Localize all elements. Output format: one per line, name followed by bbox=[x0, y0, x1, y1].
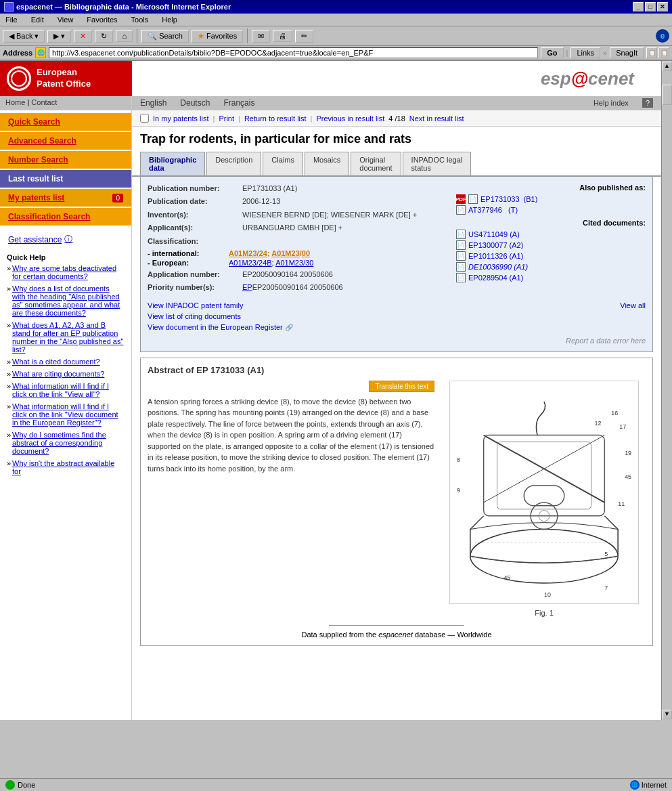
last-result-list-button[interactable]: Last result list bbox=[0, 170, 131, 188]
scroll-down-button[interactable]: ▼ bbox=[663, 710, 672, 719]
menu-favorites[interactable]: Favorites bbox=[84, 15, 120, 24]
scroll-thumb[interactable] bbox=[663, 85, 672, 105]
quick-help-item-2[interactable]: What does A1, A2, A3 and B stand for aft… bbox=[7, 321, 125, 354]
scrollbar[interactable]: ▲ ▼ bbox=[661, 61, 672, 720]
tab-original[interactable]: Originaldocument bbox=[351, 152, 401, 175]
snagit-button[interactable]: SnagIt bbox=[610, 47, 644, 58]
view-register-link[interactable]: View document in the European Register 🔗 bbox=[148, 323, 646, 331]
cited-doc-icon-3: 📄 bbox=[456, 262, 466, 272]
view-inpadoc-link[interactable]: View INPADOC patent family bbox=[148, 301, 646, 309]
menu-file[interactable]: File bbox=[3, 15, 20, 24]
help-button[interactable]: ? bbox=[642, 98, 653, 108]
lang-en-link[interactable]: English bbox=[140, 98, 166, 108]
title-bar: espacenet — Bibliographic data - Microso… bbox=[0, 0, 672, 14]
also-pub-link-1[interactable]: AT377946 (T) bbox=[468, 206, 518, 214]
in-my-patents-link[interactable]: In my patents list bbox=[153, 114, 209, 123]
menu-view[interactable]: View bbox=[55, 15, 76, 24]
quick-help-item-7[interactable]: Why do I sometimes find the abstract of … bbox=[7, 431, 125, 455]
address-label: Address bbox=[3, 49, 32, 57]
refresh-button[interactable] bbox=[95, 30, 113, 43]
links-button[interactable]: Links bbox=[570, 47, 600, 58]
home-button[interactable] bbox=[116, 30, 133, 42]
cited-link-2[interactable]: EP1011326 (A1) bbox=[468, 252, 523, 260]
return-link[interactable]: Return to result list bbox=[244, 114, 307, 123]
cited-link-1[interactable]: EP1300077 (A2) bbox=[468, 241, 523, 249]
quick-search-button[interactable]: Quick Search bbox=[0, 113, 131, 131]
intl-class-link-1[interactable]: A01M23/24 bbox=[229, 249, 267, 257]
banner-row: European Patent Office esp@cenet bbox=[0, 61, 661, 96]
number-search-button[interactable]: Number Search bbox=[0, 151, 131, 169]
pub-number-label: Publication number: bbox=[148, 184, 242, 194]
intl-class-label: - international: bbox=[148, 249, 229, 257]
quick-help-item-4[interactable]: What are citing documents? bbox=[7, 370, 125, 378]
mail-button[interactable] bbox=[252, 30, 270, 43]
search-button[interactable]: Search bbox=[141, 30, 189, 43]
previous-link[interactable]: Previous in result list bbox=[316, 114, 384, 123]
back-button[interactable]: Back ▾ bbox=[3, 30, 45, 43]
biblio-two-col: Publication number: EP1731033 (A1) Publi… bbox=[148, 184, 646, 296]
tab-claims[interactable]: Claims bbox=[263, 152, 303, 175]
fig-label: Fig. 1 bbox=[443, 609, 646, 617]
address-input[interactable] bbox=[49, 47, 538, 58]
quick-help-item-8[interactable]: Why isn't the abstract available for bbox=[7, 459, 125, 475]
quick-help-item-5[interactable]: What information will I find if I click … bbox=[7, 382, 125, 398]
classification-label: Classification: bbox=[148, 236, 242, 247]
cited-link-0[interactable]: US4711049 (A) bbox=[468, 230, 520, 238]
browser-toolbar: Back ▾ ▾ Search Favorites e bbox=[0, 26, 672, 46]
result-position: 4 /18 bbox=[388, 114, 405, 123]
print-link[interactable]: Print bbox=[219, 114, 234, 123]
cited-item-4: 📄 EP0289504 (A1) bbox=[456, 273, 646, 282]
cited-link-4[interactable]: EP0289504 (A1) bbox=[468, 274, 523, 282]
get-assistance-link[interactable]: Get assistance ⓘ bbox=[0, 230, 131, 249]
eu-class-link-1[interactable]: A01M23/24B bbox=[229, 259, 272, 267]
window-controls[interactable]: _ □ ✕ bbox=[633, 2, 668, 12]
my-patents-button[interactable]: My patents list 0 bbox=[0, 189, 131, 207]
close-button[interactable]: ✕ bbox=[657, 2, 668, 12]
contact-link[interactable]: Contact bbox=[31, 98, 57, 106]
advanced-search-button[interactable]: Advanced Search bbox=[0, 132, 131, 150]
menu-edit[interactable]: Edit bbox=[28, 15, 47, 24]
menu-tools[interactable]: Tools bbox=[129, 15, 152, 24]
addr-btn-2[interactable]: 📋 bbox=[658, 47, 669, 58]
intl-class-link-3[interactable]: 00 bbox=[302, 249, 310, 257]
view-citing-link[interactable]: View list of citing documents bbox=[148, 312, 646, 320]
go-button[interactable]: Go bbox=[541, 47, 563, 58]
scroll-up-button[interactable]: ▲ bbox=[663, 62, 672, 71]
home-link[interactable]: Home bbox=[5, 98, 25, 106]
abstract-image-col: 16 12 17 19 45 8 9 11 45 10 7 bbox=[443, 381, 646, 617]
menu-help[interactable]: Help bbox=[159, 15, 180, 24]
tab-description[interactable]: Description bbox=[206, 152, 261, 175]
translate-button[interactable]: Translate this text bbox=[369, 381, 434, 392]
main-container: Quick Search Advanced Search Number Sear… bbox=[0, 110, 661, 720]
eu-class-link-2[interactable]: A01M23/30 bbox=[275, 259, 313, 267]
forward-button[interactable]: ▾ bbox=[47, 30, 71, 43]
tab-biblio[interactable]: Bibliographicdata bbox=[140, 152, 205, 175]
priority-row: Priority number(s): EPEP20050090164 2005… bbox=[148, 282, 449, 293]
quick-help-item-1[interactable]: Why does a list of documents with the he… bbox=[7, 284, 125, 317]
action-bar: In my patents list | Print | Return to r… bbox=[132, 110, 661, 127]
print-button[interactable] bbox=[273, 30, 292, 42]
cited-link-3[interactable]: DE10036990 (A1) bbox=[468, 263, 528, 271]
priority-link[interactable]: EP bbox=[242, 283, 252, 291]
addr-btn-1[interactable]: 📋 bbox=[646, 47, 657, 58]
lang-de-link[interactable]: Deutsch bbox=[180, 98, 210, 108]
also-pub-link-0[interactable]: EP1731033 (B1) bbox=[480, 195, 537, 203]
tab-mosaics[interactable]: Mosaics bbox=[305, 152, 349, 175]
view-all-link[interactable]: View all bbox=[620, 301, 646, 309]
stop-button[interactable] bbox=[74, 30, 92, 43]
intl-class-link-2[interactable]: A01M23 bbox=[271, 249, 300, 257]
minimize-button[interactable]: _ bbox=[633, 2, 644, 12]
tab-inpadoc[interactable]: INPADOC legalstatus bbox=[403, 152, 472, 175]
quick-help-item-0[interactable]: Why are some tabs deactivated for certai… bbox=[7, 264, 125, 280]
maximize-button[interactable]: □ bbox=[645, 2, 656, 12]
my-patents-checkbox[interactable] bbox=[140, 114, 149, 123]
inventors-row: Inventor(s): WIESENER BERND [DE]; WIESEN… bbox=[148, 210, 449, 220]
svg-text:16: 16 bbox=[611, 410, 618, 416]
lang-fr-link[interactable]: Français bbox=[223, 98, 254, 108]
classification-search-button[interactable]: Classification Search bbox=[0, 208, 131, 226]
quick-help-item-3[interactable]: What is a cited document? bbox=[7, 358, 125, 366]
next-link[interactable]: Next in result list bbox=[409, 114, 464, 123]
quick-help-item-6[interactable]: What information will I find if I click … bbox=[7, 402, 125, 427]
favorites-button[interactable]: Favorites bbox=[192, 30, 243, 43]
edit-button[interactable] bbox=[295, 30, 313, 43]
